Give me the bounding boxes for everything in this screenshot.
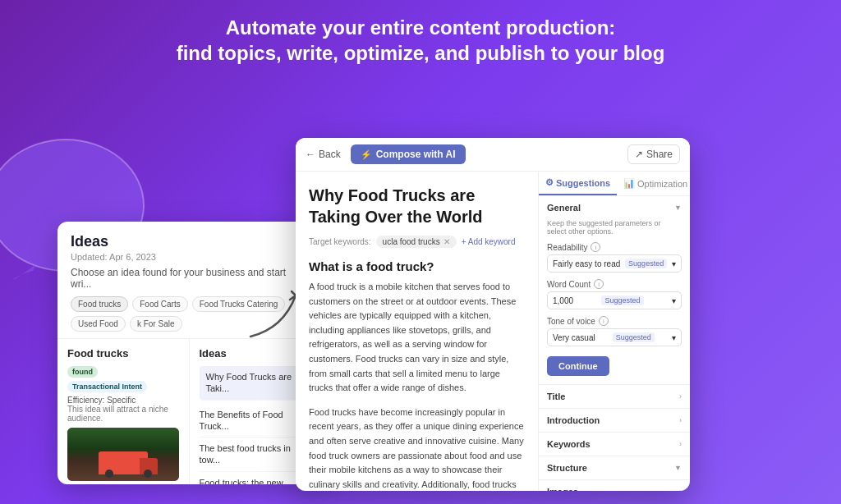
optimization-icon: 📊 xyxy=(623,178,635,189)
tone-value: Very casual xyxy=(553,333,595,342)
body-paragraph-1: A food truck is a mobile kitchen that se… xyxy=(309,280,525,396)
article-title: Why Food Trucks are Taking Over the Worl… xyxy=(309,185,525,227)
intent-badge: Transactional Intent xyxy=(67,381,147,392)
food-truck-image xyxy=(67,428,179,481)
ideas-col-title: Ideas xyxy=(200,347,311,360)
tone-label: Tone of voice i xyxy=(547,316,682,326)
general-section-content: Keep the suggested parameters or select … xyxy=(539,219,690,384)
word-count-label: Word Count i xyxy=(547,279,682,289)
ideas-title: Ideas xyxy=(71,233,307,250)
tag-catering[interactable]: Food Trucks Catering xyxy=(192,296,286,312)
images-section[interactable]: Images › xyxy=(539,480,690,491)
item-badges: found Transactional Intent xyxy=(67,366,179,392)
keywords-chevron-icon: › xyxy=(679,440,682,448)
share-button[interactable]: ↗ Share xyxy=(627,144,680,164)
list-item[interactable]: The best food trucks in tow... xyxy=(200,438,311,472)
food-truck-item: found Transactional Intent Efficiency: S… xyxy=(67,366,179,484)
word-count-select[interactable]: 1,000 Suggested ▾ xyxy=(547,291,682,309)
general-description: Keep the suggested parameters or select … xyxy=(547,219,682,236)
efficiency-label: Efficiency: Specific xyxy=(67,396,179,405)
word-count-chevron-icon: ▾ xyxy=(672,296,676,305)
share-label: Share xyxy=(646,149,673,160)
readability-info-icon[interactable]: i xyxy=(591,242,600,252)
tab-suggestions-label: Suggestions xyxy=(556,178,610,188)
keyword-remove-icon[interactable]: ✕ xyxy=(443,237,450,246)
keyword-text: ucla food trucks xyxy=(383,237,440,246)
tag-food-trucks[interactable]: Food trucks xyxy=(71,296,128,312)
tab-optimization[interactable]: 📊 Optimization xyxy=(617,172,690,195)
tone-suggested-badge: Suggested xyxy=(613,332,655,342)
select-chevron-icon: ▾ xyxy=(672,259,676,268)
title-chevron-icon: › xyxy=(679,392,682,401)
back-arrow-icon: ← xyxy=(306,149,315,160)
tag-used-food[interactable]: Used Food xyxy=(71,316,126,332)
tone-field: Tone of voice i Very casual Suggested ▾ xyxy=(547,316,682,346)
keywords-section-label: Keywords xyxy=(547,439,591,449)
suggestions-icon: ⚙ xyxy=(545,177,554,188)
found-badge: found xyxy=(67,366,98,378)
compose-ai-button[interactable]: ⚡ Compose with AI xyxy=(351,144,466,164)
tab-suggestions[interactable]: ⚙ Suggestions xyxy=(539,172,617,195)
truck-image-inner xyxy=(67,428,179,481)
word-count-info-icon[interactable]: i xyxy=(594,279,604,289)
tone-info-icon[interactable]: i xyxy=(599,316,609,326)
introduction-chevron-icon: › xyxy=(679,416,682,424)
readability-label-text: Readability xyxy=(547,243,587,252)
keyword-chip[interactable]: ucla food trucks ✕ xyxy=(376,236,457,248)
truck-wheel-1 xyxy=(105,470,113,478)
introduction-section-label: Introduction xyxy=(547,415,600,425)
general-section-label: General xyxy=(547,203,581,213)
suggestions-panel: ⚙ Suggestions 📊 Optimization General ▼ K… xyxy=(538,172,690,491)
editor-toolbar: ← Back ⚡ Compose with AI ↗ Share xyxy=(296,138,690,172)
general-section: General ▼ Keep the suggested parameters … xyxy=(539,196,690,385)
ideas-updated: Updated: Apr 6, 2023 xyxy=(71,252,307,262)
back-button[interactable]: ← Back xyxy=(306,149,341,160)
tag-for-sale[interactable]: k For Sale xyxy=(130,316,182,332)
editor-content: Why Food Trucks are Taking Over the Worl… xyxy=(296,172,690,491)
back-label: Back xyxy=(319,149,341,160)
title-section[interactable]: Title › xyxy=(539,385,690,409)
list-item[interactable]: The Benefits of Food Truck... xyxy=(200,404,311,438)
chevron-down-icon: ▼ xyxy=(674,204,682,212)
word-count-suggested-badge: Suggested xyxy=(601,296,643,305)
list-item[interactable]: Why Food Trucks are Taki... xyxy=(200,366,311,401)
header-line1: Automate your entire content production: xyxy=(0,15,841,40)
readability-value: Fairly easy to read xyxy=(553,259,620,268)
word-count-value: 1,000 xyxy=(553,296,573,305)
images-chevron-icon: › xyxy=(679,488,682,491)
target-keywords-label: Target keywords: xyxy=(309,237,371,246)
add-keyword-button[interactable]: + Add keyword xyxy=(462,237,516,246)
tag-food-carts[interactable]: Food Carts xyxy=(132,296,187,312)
list-item[interactable]: Food trucks: the new wave... xyxy=(200,472,311,484)
ideas-header: Ideas Updated: Apr 6, 2023 Choose an ide… xyxy=(57,222,320,339)
header-area: Automate your entire content production:… xyxy=(0,15,841,66)
tone-chevron-icon: ▾ xyxy=(672,333,676,342)
editor-panel: ← Back ⚡ Compose with AI ↗ Share Why Foo… xyxy=(296,138,690,491)
tone-label-text: Tone of voice xyxy=(547,317,595,326)
header-line2: find topics, write, optimize, and publis… xyxy=(0,40,841,66)
keywords-section[interactable]: Keywords › xyxy=(539,433,690,456)
word-count-field: Word Count i 1,000 Suggested ▾ xyxy=(547,279,682,309)
structure-section[interactable]: Structure ▼ xyxy=(539,456,690,480)
niche-label: This idea will attract a niche audience. xyxy=(67,405,179,423)
share-icon: ↗ xyxy=(635,149,643,160)
food-trucks-column: Food trucks found Transactional Intent E… xyxy=(57,339,190,484)
structure-section-label: Structure xyxy=(547,463,587,473)
tab-optimization-label: Optimization xyxy=(637,179,687,189)
truck-wheel-2 xyxy=(144,470,152,478)
tone-select[interactable]: Very casual Suggested ▾ xyxy=(547,328,682,346)
ideas-description: Choose an idea found for your business a… xyxy=(71,267,307,290)
introduction-section[interactable]: Introduction › xyxy=(539,409,690,433)
section-heading-1: What is a food truck? xyxy=(309,259,525,273)
header-title: Automate your entire content production:… xyxy=(0,15,841,66)
readability-select[interactable]: Fairly easy to read Suggested ▾ xyxy=(547,254,682,273)
general-section-header[interactable]: General ▼ xyxy=(539,196,690,219)
ai-icon: ⚡ xyxy=(361,149,372,160)
ideas-tags: Food trucks Food Carts Food Trucks Cater… xyxy=(71,296,307,332)
editor-main[interactable]: Why Food Trucks are Taking Over the Worl… xyxy=(296,172,538,491)
continue-button[interactable]: Continue xyxy=(547,356,609,376)
word-count-label-text: Word Count xyxy=(547,280,591,289)
suggestions-tabs: ⚙ Suggestions 📊 Optimization xyxy=(539,172,690,196)
title-section-label: Title xyxy=(547,392,565,401)
body-paragraph-2: Food trucks have become increasingly pop… xyxy=(309,405,525,491)
